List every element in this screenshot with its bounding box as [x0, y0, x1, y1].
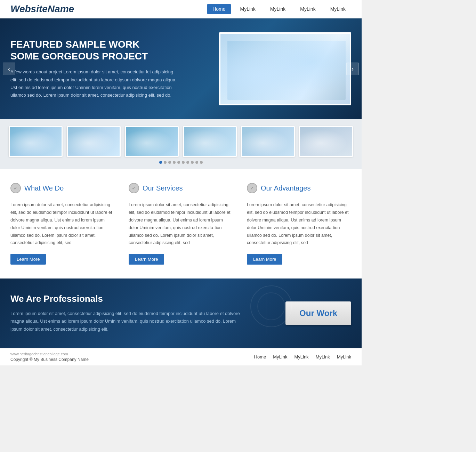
thumbnail-3[interactable]	[125, 126, 179, 157]
dot-6[interactable]	[182, 161, 185, 164]
col-text-our-services: Lorem ipsum dolor sit amet, consectetiur…	[129, 201, 233, 247]
thumbnail-1[interactable]	[9, 126, 63, 157]
nav-link-3[interactable]: MyLink	[295, 4, 321, 14]
dot-3[interactable]	[168, 161, 171, 164]
hero-image-wave	[220, 34, 350, 104]
our-work-button[interactable]: Our Work	[285, 301, 351, 325]
pro-title: We Are Professionals	[10, 293, 247, 304]
learn-more-button-3[interactable]: Learn More	[247, 254, 282, 265]
dot-1[interactable]	[159, 161, 162, 164]
col-icon-our-services: ✓	[129, 183, 139, 193]
pro-content: We Are Professionals Lorem ipsum dolor s…	[10, 293, 247, 333]
logo: WebsiteName	[10, 3, 74, 15]
nav-link-1[interactable]: MyLink	[235, 4, 261, 14]
footer: www.heritagechristiancollege.com Copyrig…	[0, 348, 362, 365]
dot-7[interactable]	[186, 161, 189, 164]
hero-title: FEATURED SAMPLE WORK SOME GORGEOUS PROJE…	[10, 39, 177, 62]
next-button[interactable]: ›	[346, 63, 359, 75]
pro-text: Lorem ipsum dolor sit amet, consectetiur…	[10, 310, 247, 333]
col-text-what-we-do: Lorem ipsum dolor sit amet, consectetiur…	[10, 201, 115, 247]
col-icon-our-advantages: ✓	[247, 183, 257, 193]
footer-nav-link-3[interactable]: MyLink	[316, 354, 330, 360]
dot-5[interactable]	[177, 161, 180, 164]
header: WebsiteName Home MyLink MyLink MyLink My…	[0, 0, 362, 18]
hero-description: A few words about project Lorem ipsum do…	[10, 68, 177, 99]
col-header-our-services: ✓ Our Services	[129, 183, 233, 197]
col-icon-what-we-do: ✓	[10, 183, 21, 193]
col-our-advantages: ✓ Our Advantages Lorem ipsum dolor sit a…	[247, 183, 351, 265]
col-header-our-advantages: ✓ Our Advantages	[247, 183, 351, 197]
footer-nav-link-2[interactable]: MyLink	[294, 354, 308, 360]
learn-more-button-2[interactable]: Learn More	[129, 254, 164, 265]
three-col-section: ✓ What We Do Lorem ipsum dolor sit amet,…	[0, 169, 362, 279]
footer-nav-link-1[interactable]: MyLink	[273, 354, 287, 360]
prev-button[interactable]: ‹	[3, 63, 15, 75]
professional-section: We Are Professionals Lorem ipsum dolor s…	[0, 279, 362, 348]
footer-nav-home[interactable]: Home	[254, 354, 266, 360]
dot-4[interactable]	[173, 161, 176, 164]
nav-link-2[interactable]: MyLink	[265, 4, 291, 14]
col-what-we-do: ✓ What We Do Lorem ipsum dolor sit amet,…	[10, 183, 115, 265]
thumbnail-5[interactable]	[241, 126, 295, 157]
dot-8[interactable]	[191, 161, 194, 164]
thumbnails-row	[10, 126, 351, 157]
hero-content: FEATURED SAMPLE WORK SOME GORGEOUS PROJE…	[10, 39, 177, 99]
thumbnails-section	[0, 119, 362, 169]
col-title-what-we-do: What We Do	[24, 184, 64, 192]
col-title-our-services: Our Services	[143, 184, 183, 192]
pro-circle-inner	[257, 292, 285, 320]
col-header-what-we-do: ✓ What We Do	[10, 183, 115, 197]
footer-url: www.heritagechristiancollege.com	[10, 352, 89, 356]
dot-10[interactable]	[200, 161, 203, 164]
footer-nav-link-4[interactable]: MyLink	[337, 354, 351, 360]
hero-image	[219, 32, 351, 105]
footer-copyright: Copyright © My Business Company Name	[10, 357, 89, 362]
nav-link-4[interactable]: MyLink	[325, 4, 351, 14]
dot-9[interactable]	[195, 161, 198, 164]
col-text-our-advantages: Lorem ipsum dolor sit amet, consectetiur…	[247, 201, 351, 247]
footer-nav: Home MyLink MyLink MyLink MyLink	[254, 354, 351, 360]
dot-2[interactable]	[164, 161, 167, 164]
thumbnail-6[interactable]	[299, 126, 353, 157]
col-our-services: ✓ Our Services Lorem ipsum dolor sit ame…	[129, 183, 233, 265]
col-title-our-advantages: Our Advantages	[261, 184, 310, 192]
pagination-dots	[10, 161, 351, 164]
nav-home[interactable]: Home	[207, 4, 231, 14]
learn-more-button-1[interactable]: Learn More	[10, 254, 46, 265]
footer-left: www.heritagechristiancollege.com Copyrig…	[10, 352, 89, 362]
hero-section: ‹ FEATURED SAMPLE WORK SOME GORGEOUS PRO…	[0, 18, 362, 119]
thumbnail-2[interactable]	[67, 126, 121, 157]
thumbnail-4[interactable]	[183, 126, 237, 157]
main-nav: Home MyLink MyLink MyLink MyLink	[207, 4, 351, 14]
